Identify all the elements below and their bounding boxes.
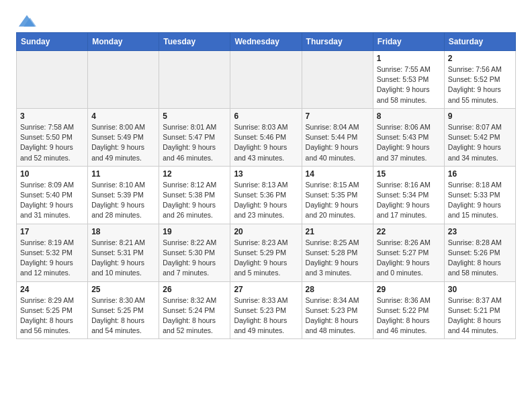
day-info: Sunrise: 8:00 AM Sunset: 5:49 PM Dayligh… [91, 122, 155, 163]
day-info: Sunrise: 8:13 AM Sunset: 5:36 PM Dayligh… [234, 180, 298, 221]
day-number: 14 [306, 169, 369, 179]
day-number: 4 [91, 111, 155, 121]
day-info: Sunrise: 8:06 AM Sunset: 5:43 PM Dayligh… [377, 122, 441, 163]
calendar-week-row: 3Sunrise: 7:58 AM Sunset: 5:50 PM Daylig… [17, 108, 516, 166]
calendar-cell: 20Sunrise: 8:23 AM Sunset: 5:29 PM Dayli… [230, 224, 302, 281]
day-info: Sunrise: 8:33 AM Sunset: 5:23 PM Dayligh… [234, 295, 298, 336]
day-info: Sunrise: 7:55 AM Sunset: 5:53 PM Dayligh… [377, 64, 441, 105]
day-number: 25 [91, 285, 155, 294]
day-info: Sunrise: 8:25 AM Sunset: 5:28 PM Dayligh… [306, 238, 369, 279]
day-info: Sunrise: 8:03 AM Sunset: 5:46 PM Dayligh… [234, 122, 298, 163]
day-number: 12 [163, 169, 226, 179]
day-number: 15 [377, 169, 441, 179]
calendar-cell: 5Sunrise: 8:01 AM Sunset: 5:47 PM Daylig… [159, 108, 230, 166]
day-number: 27 [234, 285, 298, 294]
header [16, 13, 516, 26]
day-info: Sunrise: 8:04 AM Sunset: 5:44 PM Dayligh… [306, 122, 369, 163]
calendar-cell: 1Sunrise: 7:55 AM Sunset: 5:53 PM Daylig… [373, 51, 444, 109]
day-info: Sunrise: 8:36 AM Sunset: 5:22 PM Dayligh… [377, 295, 441, 336]
day-info: Sunrise: 8:18 AM Sunset: 5:33 PM Dayligh… [448, 180, 512, 221]
day-info: Sunrise: 8:26 AM Sunset: 5:27 PM Dayligh… [377, 238, 441, 279]
calendar-cell: 16Sunrise: 8:18 AM Sunset: 5:33 PM Dayli… [444, 166, 515, 224]
day-info: Sunrise: 8:19 AM Sunset: 5:32 PM Dayligh… [20, 238, 84, 279]
weekday-header-monday: Monday [88, 33, 159, 51]
page: SundayMondayTuesdayWednesdayThursdayFrid… [0, 0, 532, 350]
calendar-cell: 11Sunrise: 8:10 AM Sunset: 5:39 PM Dayli… [88, 166, 159, 224]
day-info: Sunrise: 7:58 AM Sunset: 5:50 PM Dayligh… [20, 122, 84, 163]
calendar-cell: 13Sunrise: 8:13 AM Sunset: 5:36 PM Dayli… [230, 166, 302, 224]
calendar-cell: 26Sunrise: 8:32 AM Sunset: 5:24 PM Dayli… [159, 281, 230, 339]
day-number: 17 [20, 227, 84, 236]
calendar-cell [159, 51, 230, 109]
calendar-cell: 29Sunrise: 8:36 AM Sunset: 5:22 PM Dayli… [373, 281, 444, 339]
day-info: Sunrise: 8:09 AM Sunset: 5:40 PM Dayligh… [20, 180, 84, 221]
day-number: 19 [163, 227, 226, 236]
calendar-cell: 8Sunrise: 8:06 AM Sunset: 5:43 PM Daylig… [373, 108, 444, 166]
day-number: 20 [234, 227, 298, 236]
calendar-cell: 15Sunrise: 8:16 AM Sunset: 5:34 PM Dayli… [373, 166, 444, 224]
weekday-header-wednesday: Wednesday [230, 33, 302, 51]
calendar-cell: 19Sunrise: 8:22 AM Sunset: 5:30 PM Dayli… [159, 224, 230, 281]
day-number: 11 [91, 169, 155, 179]
logo-icon [17, 13, 36, 28]
day-number: 7 [306, 111, 369, 121]
calendar-week-row: 17Sunrise: 8:19 AM Sunset: 5:32 PM Dayli… [17, 224, 516, 281]
calendar-cell: 23Sunrise: 8:28 AM Sunset: 5:26 PM Dayli… [444, 224, 515, 281]
calendar-cell: 6Sunrise: 8:03 AM Sunset: 5:46 PM Daylig… [230, 108, 302, 166]
day-info: Sunrise: 8:16 AM Sunset: 5:34 PM Dayligh… [377, 180, 441, 221]
day-info: Sunrise: 8:29 AM Sunset: 5:25 PM Dayligh… [20, 295, 84, 336]
day-info: Sunrise: 8:01 AM Sunset: 5:47 PM Dayligh… [163, 122, 226, 163]
weekday-header-friday: Friday [373, 33, 444, 51]
day-info: Sunrise: 8:30 AM Sunset: 5:25 PM Dayligh… [91, 295, 155, 336]
calendar-table: SundayMondayTuesdayWednesdayThursdayFrid… [16, 32, 516, 339]
calendar-week-row: 1Sunrise: 7:55 AM Sunset: 5:53 PM Daylig… [17, 51, 516, 109]
day-info: Sunrise: 7:56 AM Sunset: 5:52 PM Dayligh… [448, 64, 512, 105]
calendar-header-row: SundayMondayTuesdayWednesdayThursdayFrid… [17, 33, 516, 51]
calendar-cell: 12Sunrise: 8:12 AM Sunset: 5:38 PM Dayli… [159, 166, 230, 224]
day-number: 26 [163, 285, 226, 294]
calendar-cell: 10Sunrise: 8:09 AM Sunset: 5:40 PM Dayli… [17, 166, 88, 224]
calendar-cell: 7Sunrise: 8:04 AM Sunset: 5:44 PM Daylig… [302, 108, 373, 166]
calendar-cell: 9Sunrise: 8:07 AM Sunset: 5:42 PM Daylig… [444, 108, 515, 166]
day-number: 29 [377, 285, 441, 294]
day-number: 22 [377, 227, 441, 236]
calendar-cell: 17Sunrise: 8:19 AM Sunset: 5:32 PM Dayli… [17, 224, 88, 281]
calendar-cell: 14Sunrise: 8:15 AM Sunset: 5:35 PM Dayli… [302, 166, 373, 224]
day-info: Sunrise: 8:37 AM Sunset: 5:21 PM Dayligh… [448, 295, 512, 336]
calendar-cell: 21Sunrise: 8:25 AM Sunset: 5:28 PM Dayli… [302, 224, 373, 281]
day-info: Sunrise: 8:12 AM Sunset: 5:38 PM Dayligh… [163, 180, 226, 221]
calendar-cell: 2Sunrise: 7:56 AM Sunset: 5:52 PM Daylig… [444, 51, 515, 109]
calendar-cell: 30Sunrise: 8:37 AM Sunset: 5:21 PM Dayli… [444, 281, 515, 339]
day-number: 6 [234, 111, 298, 121]
calendar-cell [230, 51, 302, 109]
day-info: Sunrise: 8:28 AM Sunset: 5:26 PM Dayligh… [448, 238, 512, 279]
day-info: Sunrise: 8:22 AM Sunset: 5:30 PM Dayligh… [163, 238, 226, 279]
calendar-cell [88, 51, 159, 109]
weekday-header-thursday: Thursday [302, 33, 373, 51]
day-info: Sunrise: 8:21 AM Sunset: 5:31 PM Dayligh… [91, 238, 155, 279]
day-info: Sunrise: 8:10 AM Sunset: 5:39 PM Dayligh… [91, 180, 155, 221]
day-number: 16 [448, 169, 512, 179]
calendar-cell: 27Sunrise: 8:33 AM Sunset: 5:23 PM Dayli… [230, 281, 302, 339]
day-info: Sunrise: 8:34 AM Sunset: 5:23 PM Dayligh… [306, 295, 369, 336]
day-number: 5 [163, 111, 226, 121]
day-number: 13 [234, 169, 298, 179]
calendar-cell: 3Sunrise: 7:58 AM Sunset: 5:50 PM Daylig… [17, 108, 88, 166]
day-info: Sunrise: 8:23 AM Sunset: 5:29 PM Dayligh… [234, 238, 298, 279]
day-number: 18 [91, 227, 155, 236]
day-number: 8 [377, 111, 441, 121]
day-number: 3 [20, 111, 84, 121]
calendar-week-row: 24Sunrise: 8:29 AM Sunset: 5:25 PM Dayli… [17, 281, 516, 339]
day-number: 10 [20, 169, 84, 179]
day-info: Sunrise: 8:15 AM Sunset: 5:35 PM Dayligh… [306, 180, 369, 221]
weekday-header-tuesday: Tuesday [159, 33, 230, 51]
day-info: Sunrise: 8:32 AM Sunset: 5:24 PM Dayligh… [163, 295, 226, 336]
calendar-cell: 22Sunrise: 8:26 AM Sunset: 5:27 PM Dayli… [373, 224, 444, 281]
day-number: 9 [448, 111, 512, 121]
calendar-cell: 18Sunrise: 8:21 AM Sunset: 5:31 PM Dayli… [88, 224, 159, 281]
day-number: 28 [306, 285, 369, 294]
day-number: 23 [448, 227, 512, 236]
day-number: 1 [377, 54, 441, 63]
day-number: 2 [448, 54, 512, 63]
calendar-cell: 4Sunrise: 8:00 AM Sunset: 5:49 PM Daylig… [88, 108, 159, 166]
